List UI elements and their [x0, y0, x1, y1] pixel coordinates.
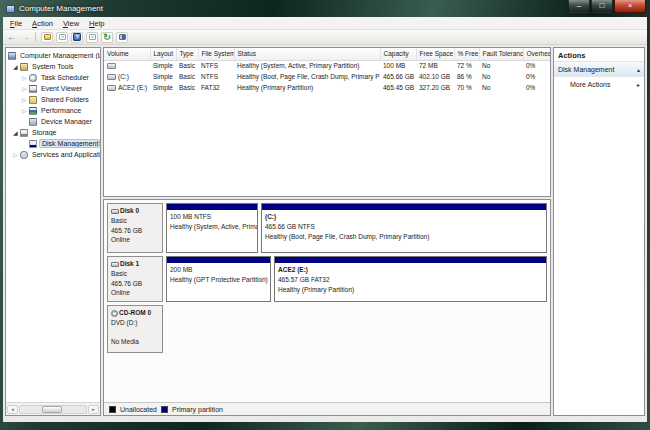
maximize-button[interactable]: □ [591, 0, 613, 13]
menu-file[interactable]: File [5, 18, 27, 29]
scroll-left-icon[interactable]: ◂ [7, 405, 18, 414]
column-header-status[interactable]: Status [234, 48, 380, 60]
shared-folders-icon [29, 96, 37, 104]
sidebar-item-services-and-applications[interactable]: ▷ Services and Applications [6, 149, 100, 160]
sidebar-item-shared-folders[interactable]: ▷ Shared Folders [6, 94, 100, 105]
partition-status: Healthy (Primary Partition) [278, 285, 543, 295]
table-row[interactable]: ACE2 (E:) Simple Basic FAT32 Healthy (Pr… [104, 82, 551, 93]
refresh-icon[interactable]: ↻ [101, 32, 113, 43]
disk-row-cdrom0: CD-ROM 0 DVD (D:) No Media [107, 305, 547, 353]
partition-e[interactable]: ACE2 (E:) 465.57 GB FAT32 Healthy (Prima… [274, 256, 547, 302]
menu-help[interactable]: Help [84, 18, 109, 29]
disk-size: 465.76 GB [111, 226, 159, 236]
actions-pane-icon[interactable] [86, 32, 98, 43]
column-header-free-space[interactable]: Free Space [416, 48, 454, 60]
cdrom0-label-box[interactable]: CD-ROM 0 DVD (D:) No Media [107, 305, 163, 353]
sidebar-item-performance[interactable]: ▷ Performance [6, 105, 100, 116]
column-header-capacity[interactable]: Capacity [380, 48, 416, 60]
window-title: Computer Management [19, 4, 103, 13]
table-row[interactable]: (C:) Simple Basic NTFS Healthy (Boot, Pa… [104, 71, 551, 82]
scrollbar-track[interactable] [19, 405, 87, 414]
menu-action[interactable]: Action [27, 18, 58, 29]
chevron-right-icon: ▸ [637, 81, 640, 88]
expand-arrow-icon[interactable]: ▷ [22, 108, 29, 114]
window-icon [89, 34, 96, 40]
cell-capacity: 100 MB [380, 60, 416, 71]
sidebar-item-disk-management[interactable]: Disk Management [6, 138, 100, 149]
sidebar-item-label: Shared Folders [39, 96, 91, 103]
partition-c[interactable]: (C:) 465.66 GB NTFS Healthy (Boot, Page … [261, 203, 547, 253]
title-bar[interactable]: Computer Management – □ × [0, 0, 650, 17]
toolbar-separator [35, 32, 36, 42]
column-header-file-system[interactable]: File System [198, 48, 234, 60]
sidebar-item-device-manager[interactable]: Device Manager [6, 116, 100, 127]
scrollbar-thumb[interactable] [42, 406, 62, 413]
expand-arrow-icon[interactable]: ◢ [13, 130, 20, 136]
sidebar-item-system-tools[interactable]: ◢ System Tools [6, 61, 100, 72]
column-header-pct-free[interactable]: % Free [454, 48, 479, 60]
cell-file-system: NTFS [198, 60, 234, 71]
volume-name: ACE2 (E:) [118, 84, 147, 91]
forward-icon[interactable]: → [20, 32, 30, 42]
help-icon[interactable]: ? [71, 32, 83, 43]
sidebar-item-computer-management[interactable]: Computer Management (Local [6, 50, 100, 61]
scroll-right-icon[interactable]: ▸ [88, 405, 99, 414]
horizontal-scrollbar[interactable]: ◂ ▸ [6, 402, 100, 415]
disk1-label-box[interactable]: Disk 1 Basic 465.76 GB Online [107, 256, 163, 302]
question-mark-icon: ? [73, 33, 81, 41]
computer-management-window: Computer Management – □ × File Action Vi… [0, 0, 650, 430]
column-header-type[interactable]: Type [176, 48, 198, 60]
cell-free-space: 72 MB [416, 60, 454, 71]
actions-section-disk-management[interactable]: Disk Management ▴ [554, 62, 644, 77]
partition-system[interactable]: 100 MB NTFS Healthy (System, Active, Pri… [166, 203, 258, 253]
menu-view[interactable]: View [58, 18, 84, 29]
volume-table: Volume Layout Type File System Status Ca… [104, 48, 551, 93]
expand-arrow-icon[interactable]: ▷ [22, 97, 29, 103]
expand-arrow-icon[interactable]: ▷ [22, 86, 29, 92]
sidebar-item-label: Device Manager [39, 118, 94, 125]
disk-icon [111, 209, 119, 214]
partition-size: 465.66 GB NTFS [265, 222, 543, 232]
expand-arrow-icon[interactable]: ◢ [13, 64, 20, 70]
minimize-button[interactable]: – [568, 0, 590, 13]
sidebar-item-event-viewer[interactable]: ▷ Event Viewer [6, 83, 100, 94]
column-header-fault-tolerance[interactable]: Fault Tolerance [479, 48, 523, 60]
sidebar-item-task-scheduler[interactable]: ▷ Task Scheduler [6, 72, 100, 83]
cell-layout: Simple [150, 71, 176, 82]
expand-arrow-icon[interactable]: ▷ [13, 152, 20, 158]
disk-status: Online [111, 288, 159, 298]
partition-size: 200 MB [170, 265, 267, 275]
cdrom0-media-area [166, 305, 547, 353]
window-icon [59, 34, 66, 40]
cell-layout: Simple [150, 82, 176, 93]
legend-bar: Unallocated Primary partition [104, 402, 550, 415]
cdrom-icon [111, 310, 118, 317]
column-header-volume[interactable]: Volume [104, 48, 150, 60]
disk0-label-box[interactable]: Disk 0 Basic 465.76 GB Online [107, 203, 163, 253]
more-actions-item[interactable]: More Actions ▸ [554, 77, 644, 91]
table-row[interactable]: Simple Basic NTFS Healthy (System, Activ… [104, 60, 551, 71]
actions-section-label: Disk Management [558, 66, 614, 73]
sidebar-item-storage[interactable]: ◢ Storage [6, 127, 100, 138]
event-viewer-icon [29, 85, 37, 93]
primary-partition-swatch-icon [161, 406, 168, 413]
close-button[interactable]: × [614, 0, 646, 13]
snapin-icon[interactable] [116, 32, 128, 43]
disk-row-disk0: Disk 0 Basic 465.76 GB Online 100 MB NTF… [107, 203, 547, 253]
disk-status: Online [111, 235, 159, 245]
volume-name: (C:) [118, 73, 129, 80]
expand-arrow-icon[interactable]: ▷ [22, 75, 29, 81]
computer-icon [8, 52, 16, 60]
partition-gpt[interactable]: 200 MB Healthy (GPT Protective Partition… [166, 256, 271, 302]
app-icon [6, 5, 15, 13]
toolbar: ← → ? ↻ [3, 30, 647, 45]
cell-status: Healthy (Boot, Page File, Crash Dump, Pr… [234, 71, 380, 82]
column-header-overhead[interactable]: Overhead [523, 48, 551, 60]
column-header-layout[interactable]: Layout [150, 48, 176, 60]
collapse-icon[interactable]: ▴ [637, 66, 640, 73]
properties-icon[interactable] [56, 32, 68, 43]
legend-label: Primary partition [172, 406, 223, 413]
console-tree-icon[interactable] [41, 32, 53, 43]
cell-pct-free: 86 % [454, 71, 479, 82]
back-icon[interactable]: ← [7, 32, 17, 42]
